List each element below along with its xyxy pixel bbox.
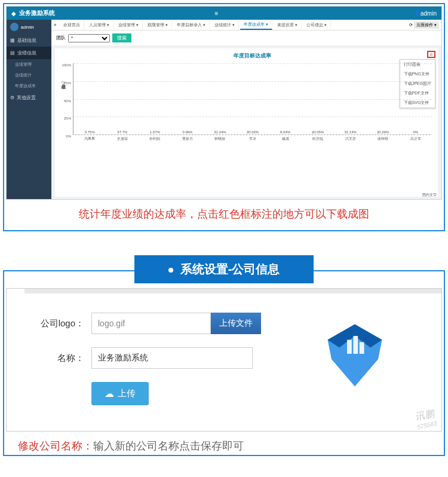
tab-personnel[interactable]: 人员管理 ▾ xyxy=(85,21,113,29)
gear-icon: ⚙ xyxy=(10,95,14,100)
bar-value: 31.13% xyxy=(344,130,356,134)
tab-perf-manage[interactable]: 业绩管理 ▾ xyxy=(115,21,143,29)
cloud-upload-icon: ☁ xyxy=(105,388,114,399)
app-title: 业务激励系统 xyxy=(19,9,214,17)
chart-title: 年度目标达成率 xyxy=(73,52,432,60)
page-op-button[interactable]: 页面操作 ▾ xyxy=(414,22,439,29)
chart-menu-icon[interactable]: ≡ xyxy=(427,51,435,58)
tab-company[interactable]: 公司信息 ▾ xyxy=(303,21,331,29)
chart-plot: 年度目标达成率(%) 0%25%50%75%100%3.75%冯果果37.7%史… xyxy=(73,63,432,135)
sidebar-sub-rate[interactable]: 年度达成率 xyxy=(7,81,51,91)
logo-icon: ◆ xyxy=(11,10,16,17)
bar-value: 0% xyxy=(413,130,418,134)
sidebar-label: 业绩信息 xyxy=(17,50,36,56)
refresh-icon[interactable]: ⟳ xyxy=(409,23,413,27)
bar-8[interactable]: 31.13%武文君 xyxy=(334,130,367,134)
watermark: 讯鹏575583 xyxy=(414,408,437,430)
sidebar-sub-manage[interactable]: 业绩管理 xyxy=(7,59,51,70)
user-name[interactable]: admin xyxy=(421,10,437,17)
caption-2: 修改公司名称：输入新的公司名称点击保存即可 xyxy=(6,432,442,453)
bar-7[interactable]: 20.05%欧浩悦 xyxy=(302,130,335,134)
svg-rect-2 xyxy=(360,342,364,354)
ytick: 50% xyxy=(60,99,71,103)
filter-bar: 团队 * 搜索 xyxy=(51,30,441,46)
sidebar-sub-stats[interactable]: 业绩统计 xyxy=(7,70,51,81)
bar-value: 3.75% xyxy=(85,130,95,134)
bar-value: 20.26% xyxy=(377,130,389,134)
sidebar-item-basic[interactable]: ▦ 基础信息 xyxy=(7,34,51,47)
bar-value: 20.05% xyxy=(312,130,324,134)
caption-1: 统计年度业绩的达成率，点击红色框标注的地方可以下载成图 xyxy=(6,200,442,228)
bar-value: 30.02% xyxy=(247,130,259,134)
bar-9[interactable]: 20.26%谢梓晴 xyxy=(367,130,400,134)
avatar[interactable]: admin xyxy=(7,20,51,34)
svg-rect-1 xyxy=(353,336,358,354)
bar-5[interactable]: 30.02%李冰 xyxy=(237,130,269,134)
filter-label: 团队 xyxy=(56,35,66,41)
tab-permission[interactable]: 权限管理 ▾ xyxy=(144,21,172,29)
bar-category: 武文君 xyxy=(345,136,356,142)
sidebar-username: admin xyxy=(21,25,34,30)
chart-area: 年度目标达成率 ≡ 打印图表 下载PNG文件 下载JPEG图片 下载PDF文件 … xyxy=(55,48,438,197)
bar-3[interactable]: 0.96%曹新月 xyxy=(171,130,204,134)
bar-category: 高正军 xyxy=(410,136,421,142)
logo-label: 公司logo： xyxy=(30,318,84,329)
list-icon: ▤ xyxy=(10,50,15,56)
logo-preview xyxy=(316,313,394,390)
tab-target[interactable]: 年度目标录入 ▾ xyxy=(173,21,210,29)
bar-value: 31.24% xyxy=(214,130,226,134)
avatar-icon xyxy=(10,23,19,31)
bar-category: 史迪琛 xyxy=(117,136,128,142)
team-select[interactable]: * xyxy=(68,34,110,42)
upload-button[interactable]: ☁ 上传 xyxy=(91,382,149,405)
bar-6[interactable]: 8.04%臧成 xyxy=(269,130,302,134)
logo-input[interactable] xyxy=(91,313,211,334)
bar-2[interactable]: 1.07%孙利娟 xyxy=(139,130,171,134)
tab-rate[interactable]: 年度达成率 ▾ xyxy=(240,20,272,30)
bar-value: 1.07% xyxy=(150,130,160,134)
bar-category: 孙利娟 xyxy=(149,136,160,142)
bar-category: 林晓丽 xyxy=(214,136,225,142)
bar-category: 曹新月 xyxy=(182,136,193,142)
bar-1[interactable]: 37.7%史迪琛 xyxy=(106,130,139,134)
ytick: 25% xyxy=(60,117,71,120)
ytick: 0% xyxy=(60,134,71,138)
bar-category: 冯果果 xyxy=(84,136,95,142)
hamburger-icon[interactable]: ≡ xyxy=(54,23,56,27)
sidebar-label: 其他设置 xyxy=(17,94,36,101)
bar-value: 37.7% xyxy=(117,130,127,134)
search-button[interactable]: 搜索 xyxy=(112,33,131,42)
ytick: 100% xyxy=(60,63,71,67)
bar-value: 8.04% xyxy=(280,130,290,134)
tab-welcome[interactable]: 欢迎首页 xyxy=(60,21,84,29)
sidebar-label: 基础信息 xyxy=(17,37,36,44)
bar-0[interactable]: 3.75%冯果果 xyxy=(73,130,106,134)
section2-title: 系统设置-公司信息 xyxy=(134,255,314,283)
name-input[interactable] xyxy=(91,347,253,369)
bar-value: 0.96% xyxy=(182,130,192,134)
tab-stats[interactable]: 业绩统计 ▾ xyxy=(211,21,239,29)
bar-category: 谢梓晴 xyxy=(378,136,388,142)
upload-file-button[interactable]: 上传文件 xyxy=(211,313,261,334)
tab-reward[interactable]: 奖惩设置 ▾ xyxy=(274,21,302,29)
sidebar-item-performance[interactable]: ▤ 业绩信息 xyxy=(7,47,51,59)
dot-icon xyxy=(168,268,173,273)
topbar: ◆ 业务激励系统 ≡ 👤 admin xyxy=(7,7,441,20)
chart-legend: 图内文字 xyxy=(422,192,437,198)
ytick: 75% xyxy=(60,81,71,85)
tabs: ≡ 欢迎首页 人员管理 ▾ 业绩管理 ▾ 权限管理 ▾ 年度目标录入 ▾ 业绩统… xyxy=(51,20,441,30)
sidebar: admin ▦ 基础信息 ▤ 业绩信息 业绩管理 业绩统计 年度达成率 ⚙ 其他… xyxy=(7,20,51,199)
svg-rect-0 xyxy=(347,340,352,354)
settings-panel: 公司logo： 上传文件 名称： ☁ 上传 讯鹏575583 xyxy=(6,288,442,432)
bar-4[interactable]: 31.24%林晓丽 xyxy=(204,130,237,134)
user-icon[interactable]: 👤 xyxy=(414,10,421,16)
grid-icon: ▦ xyxy=(10,38,15,43)
bar-10[interactable]: 0%高正军 xyxy=(399,130,432,134)
bar-category: 欧浩悦 xyxy=(312,136,323,142)
name-label: 名称： xyxy=(30,353,84,364)
hamburger-icon[interactable]: ≡ xyxy=(214,10,218,17)
sidebar-item-other[interactable]: ⚙ 其他设置 xyxy=(7,91,51,104)
bar-category: 臧成 xyxy=(282,136,289,142)
bar-category: 李冰 xyxy=(249,136,256,142)
